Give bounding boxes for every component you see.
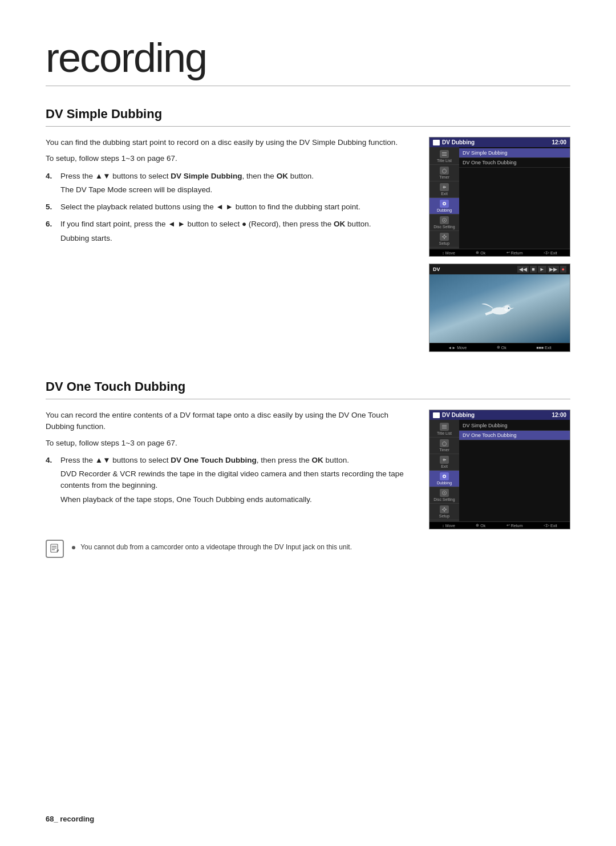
sidebar-label: Disc Setting bbox=[433, 497, 455, 501]
step-num: 5. bbox=[46, 201, 57, 213]
svg-point-23 bbox=[443, 442, 447, 446]
screen-title-2: DV Dubbing bbox=[442, 412, 475, 418]
pencil-icon bbox=[49, 543, 60, 554]
disc-icon bbox=[433, 140, 440, 145]
svg-rect-14 bbox=[445, 236, 447, 237]
footer-ok-video: ⊕ Ok bbox=[497, 345, 506, 350]
timer-icon bbox=[440, 167, 449, 175]
section-images-2: DV Dubbing 12:00 Title List bbox=[429, 410, 570, 529]
step-content: Select the playback related buttons usin… bbox=[60, 201, 360, 213]
svg-rect-12 bbox=[444, 238, 444, 239]
setup-icon bbox=[440, 233, 449, 241]
step-4-2: 4. Press the ▲▼ buttons to select DV One… bbox=[46, 455, 413, 505]
svg-point-7 bbox=[444, 203, 445, 205]
svg-point-19 bbox=[508, 307, 509, 309]
svg-rect-2 bbox=[442, 155, 447, 156]
ok-icon-video: ⊕ bbox=[497, 345, 500, 350]
ok-label-video: Ok bbox=[501, 346, 506, 350]
svg-rect-22 bbox=[442, 428, 447, 428]
svg-rect-34 bbox=[445, 509, 447, 509]
dubbing-icon bbox=[440, 200, 449, 208]
svg-point-29 bbox=[444, 492, 445, 493]
step-sub: Dubbing starts. bbox=[60, 233, 371, 244]
intro-text-2: You can record the entire contents of a … bbox=[46, 410, 413, 433]
sidebar-label: Title List bbox=[437, 431, 452, 435]
screen-time-2: 12:00 bbox=[552, 412, 566, 418]
step-6-1: 6. If you find start point, press the ◄ … bbox=[46, 218, 413, 244]
footer-exit: ◁▷ Exit bbox=[544, 250, 557, 255]
svg-rect-38 bbox=[52, 549, 55, 550]
list-icon-2 bbox=[440, 423, 449, 431]
play-button[interactable]: ► bbox=[538, 266, 546, 273]
steps-list-2: 4. Press the ▲▼ buttons to select DV One… bbox=[46, 455, 413, 505]
rewind-button[interactable]: ◀◀ bbox=[517, 266, 529, 273]
sidebar-label: Exit bbox=[441, 192, 448, 196]
sidebar-label: Disc Setting bbox=[433, 225, 455, 229]
video-header: DV ◀◀ ■ ► ▶▶ ● bbox=[429, 264, 570, 274]
footer-ok-2: ⊕ Ok bbox=[476, 523, 485, 528]
sidebar-timer-2: Timer bbox=[429, 438, 459, 454]
section-text-dv-simple-dubbing: You can find the dubbing start point to … bbox=[46, 137, 413, 352]
return-label: Return bbox=[511, 251, 523, 255]
screen-sidebar: Title List Timer bbox=[429, 147, 459, 249]
move-icon: ↕ bbox=[442, 251, 444, 255]
menu-item-one-touch-dubbing: DV One Touch Dubbing bbox=[459, 158, 570, 168]
svg-point-30 bbox=[443, 508, 445, 511]
svg-rect-1 bbox=[442, 154, 447, 155]
screen-body: Title List Timer bbox=[429, 147, 570, 249]
ok-label-2: Ok bbox=[480, 524, 485, 528]
sidebar-exit: Exit bbox=[429, 181, 459, 198]
screen-time: 12:00 bbox=[552, 139, 566, 145]
svg-rect-21 bbox=[442, 427, 447, 427]
footer-ok: ⊕ Ok bbox=[476, 250, 485, 255]
sidebar-label: Title List bbox=[437, 159, 452, 163]
section-title-dv-one-touch-dubbing: DV One Touch Dubbing bbox=[46, 379, 570, 399]
footer-move-video: ◄► Move bbox=[448, 346, 467, 350]
exit-label-2: Exit bbox=[550, 524, 557, 528]
screen-body-2: Title List Timer bbox=[429, 420, 570, 521]
step-sub: The DV Tape Mode screen will be displaye… bbox=[60, 184, 314, 196]
step-content: Press the ▲▼ buttons to select DV Simple… bbox=[60, 171, 314, 196]
screen-header-left-2: DV Dubbing bbox=[433, 412, 475, 418]
disc-setting-icon bbox=[440, 216, 449, 224]
svg-rect-13 bbox=[442, 236, 443, 237]
bird-silhouette bbox=[477, 292, 522, 327]
step-4-1: 4. Press the ▲▼ buttons to select DV Sim… bbox=[46, 171, 413, 196]
step-num: 6. bbox=[46, 218, 57, 244]
footer-exit-video: ■■■ Exit bbox=[536, 346, 551, 350]
move-label: Move bbox=[445, 251, 455, 255]
step-num: 4. bbox=[46, 455, 57, 505]
screen-content-2: DV Simple Dubbing DV One Touch Dubbing bbox=[459, 420, 570, 521]
screen-footer-2: ↕ Move ⊕ Ok ↩ Return ◁▷ bbox=[429, 521, 570, 529]
disc-icon-2 bbox=[433, 412, 440, 418]
stop-button[interactable]: ■ bbox=[530, 266, 536, 273]
svg-marker-25 bbox=[443, 458, 446, 462]
screen-header-2: DV Dubbing 12:00 bbox=[429, 410, 570, 420]
exit-icon-2 bbox=[440, 456, 449, 464]
sidebar-label: Setup bbox=[439, 514, 449, 518]
section-text-dv-one-touch-dubbing: You can record the entire contents of a … bbox=[46, 410, 413, 529]
section-dv-simple-dubbing: DV Simple Dubbing You can find the dubbi… bbox=[46, 107, 570, 352]
step-sub-when: When playback of the tape stops, One Tou… bbox=[60, 494, 413, 505]
sidebar-disc-setting-2: Disc Setting bbox=[429, 487, 459, 504]
footer-move: ↕ Move bbox=[442, 250, 455, 255]
screen-header-left: DV Dubbing bbox=[433, 139, 475, 145]
setup-icon-2 bbox=[440, 505, 449, 513]
return-icon-2: ↩ bbox=[506, 523, 510, 528]
screen-content: DV Simple Dubbing DV One Touch Dubbing bbox=[459, 147, 570, 249]
fast-forward-button[interactable]: ▶▶ bbox=[548, 266, 559, 273]
record-button[interactable]: ● bbox=[560, 266, 566, 273]
step-sub-dvd: DVD Recorder & VCR rewinds the tape in t… bbox=[60, 468, 413, 492]
page: recording DV Simple Dubbing You can find… bbox=[0, 0, 616, 846]
page-footer: 68_ recording bbox=[46, 815, 94, 823]
ok-icon: ⊕ bbox=[476, 250, 479, 255]
video-screen bbox=[429, 274, 570, 343]
step-content: If you find start point, press the ◄ ► b… bbox=[60, 218, 371, 244]
svg-rect-31 bbox=[444, 507, 444, 508]
step-num: 4. bbox=[46, 171, 57, 196]
footer-return: ↩ Return bbox=[506, 250, 523, 255]
footer-exit-2: ◁▷ Exit bbox=[544, 523, 557, 528]
sidebar-label: Setup bbox=[439, 241, 449, 245]
move-label-2: Move bbox=[445, 524, 455, 528]
ok-icon-2: ⊕ bbox=[476, 523, 479, 528]
